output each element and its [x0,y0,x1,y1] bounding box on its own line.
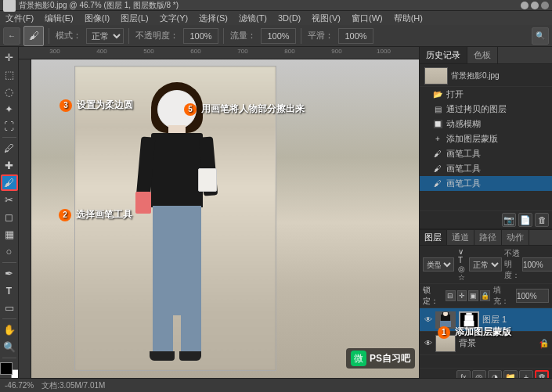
zoom-tool[interactable]: 🔍 [1,339,18,355]
search-btn[interactable]: 🔍 [532,27,549,45]
window-title: 背景抱影0.jpg @ 46.7% (图层 1, 图层数版/8 *) [19,0,179,11]
brush-options-btn[interactable]: 🖌 [23,26,44,46]
history-item-brush1[interactable]: 🖌 画笔工具 [420,146,552,161]
history-brush3-label: 画笔工具 [446,178,481,189]
tool-sep-1 [2,137,16,138]
smooth-input[interactable]: 100% [338,28,373,44]
person-face [157,90,197,129]
annotation-1-text: 1 添加图层蒙版 [438,325,511,339]
menu-file[interactable]: 文件(F) [3,13,36,24]
lock-all-btn[interactable]: 🔒 [480,290,490,301]
fill-label: 填充： [493,285,514,307]
close-btn[interactable] [541,2,549,9]
watermark-text: PS自习吧 [370,352,410,365]
tab-paths[interactable]: 路径 [474,230,502,245]
clone-tool[interactable]: ✂ [1,192,18,208]
menu-type[interactable]: 文字(Y) [157,13,191,24]
menu-filter[interactable]: 滤镜(T) [236,13,269,24]
layer-1-eye[interactable]: 👁 [423,315,434,325]
crop-tool[interactable]: ⛶ [1,118,18,135]
menu-edit[interactable]: 编辑(E) [42,13,76,24]
tab-layers[interactable]: 图层 [420,230,447,245]
history-brush1-icon: 🖌 [432,149,443,160]
history-new-btn[interactable]: 📄 [518,213,532,227]
move-tool[interactable]: ✛ [1,49,18,66]
marquee-tool[interactable]: ⬚ [1,67,18,83]
history-snapshot-btn[interactable]: 📷 [502,213,516,227]
tab-color[interactable]: 色板 [467,47,498,63]
eyedropper-tool[interactable]: 🖊 [1,140,18,156]
person-right-leg [181,314,201,353]
lock-artboard-btn[interactable]: ▣ [468,290,478,301]
history-item-add-mask[interactable]: + 添加图层蒙版 [420,131,552,146]
menu-view[interactable]: 视图(V) [309,13,343,24]
watermark: 微 PS自习吧 [346,348,415,369]
history-item-brush2[interactable]: 🖌 画笔工具 [420,161,552,176]
toolbar-sep-3 [223,28,224,44]
layer-panel-tabs: 图层 通道 路径 动作 [420,230,552,246]
maximize-btn[interactable] [531,2,539,9]
ruler-label-300: 300 [49,48,60,55]
person-jeans [153,206,201,315]
layer-type-select[interactable]: 类型 [423,257,454,272]
history-item-open[interactable]: 📂 打开 [420,87,552,102]
filter-icons: ∨ T ◎ ☆ [458,247,465,282]
history-header: 背景抱影0.jpg [420,66,552,87]
layer-bg-eye[interactable]: 👁 [423,338,434,349]
menu-window[interactable]: 窗口(W) [349,13,385,24]
blend-mode-select[interactable]: 正常 [469,257,502,272]
photo-frame [74,66,276,371]
toolbar-sep-2 [128,28,129,44]
ruler-label-500: 500 [143,48,153,55]
tab-channels[interactable]: 通道 [447,230,474,245]
foreground-color-swatch[interactable] [0,362,13,375]
history-item-brush3[interactable]: 🖌 画笔工具 [420,176,552,191]
text-tool[interactable]: T [1,282,18,299]
menu-layer[interactable]: 图层(L) [118,13,150,24]
gradient-tool[interactable]: ▦ [1,226,18,243]
hand-tool[interactable]: ✋ [1,322,18,338]
lock-pixels-btn[interactable]: ⊟ [446,290,456,301]
opacity-label: 不透明度： [135,30,179,41]
flow-input[interactable]: 100% [261,28,296,44]
history-brush1-label: 画笔工具 [446,148,481,160]
wechat-icon: 微 [351,351,366,366]
tab-actions[interactable]: 动作 [502,230,529,245]
menu-image[interactable]: 图像(I) [82,13,112,24]
brush-tool[interactable]: 🖌 [1,174,18,191]
layer-opacity-input[interactable]: 100% [522,257,552,272]
person-shirt [151,133,203,207]
history-copy-label: 通过拷贝的图层 [446,103,507,115]
back-btn[interactable]: ← [3,27,20,45]
lasso-tool[interactable]: ◌ [1,84,18,100]
minimize-btn[interactable] [521,2,529,9]
history-open-icon: 📂 [432,89,443,100]
ruler-label-400: 400 [96,48,106,55]
history-item-blur[interactable]: 🔲 动感模糊 [420,117,552,131]
fill-input[interactable]: 100% [516,289,549,303]
window-controls[interactable] [521,2,549,9]
healing-tool[interactable]: ✚ [1,157,18,174]
wand-tool[interactable]: ✦ [1,101,18,117]
dodge-tool[interactable]: ○ [1,243,18,260]
history-tabs: 历史记录 色板 [420,47,552,64]
history-item-copy-layer[interactable]: ▤ 通过拷贝的图层 [420,102,552,117]
shape-tool[interactable]: ▭ [1,300,18,316]
opacity-input[interactable]: 100% [183,28,218,44]
menu-select[interactable]: 选择(S) [197,13,230,24]
lock-move-btn[interactable]: ✛ [457,290,467,301]
history-thumbnail [424,67,448,85]
tab-history[interactable]: 历史记录 [420,47,467,63]
menu-help[interactable]: 帮助(H) [391,13,425,24]
history-filename: 背景抱影0.jpg [451,70,500,81]
callout-text-1: 添加图层蒙版 [455,326,511,337]
menu-3d[interactable]: 3D(D) [276,13,303,23]
mode-select[interactable]: 正常 [86,28,124,44]
smooth-label: 平滑： [308,30,334,41]
history-delete-btn[interactable]: 🗑 [535,213,549,227]
pen-tool[interactable]: ✒ [1,265,18,282]
toolbar-sep-4 [301,28,301,44]
layer-lock-row: 锁定： ⊟ ✛ ▣ 🔒 填充： 100% [420,284,552,308]
history-blur-label: 动感模糊 [446,118,481,130]
eraser-tool[interactable]: ◻ [1,209,18,225]
